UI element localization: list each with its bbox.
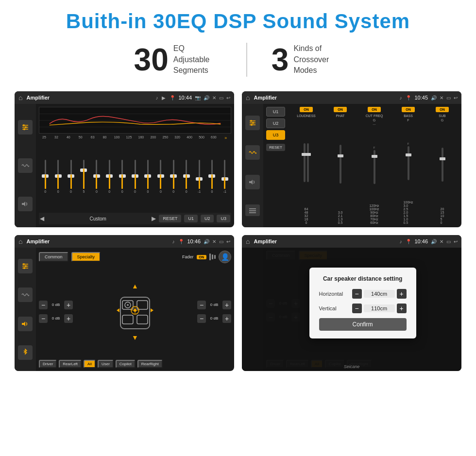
svg-rect-17: [249, 208, 256, 209]
screen4-status-icons: 📍 10:46 🔊 ✕ ▭ ↩: [406, 238, 458, 244]
db1-plus[interactable]: +: [64, 301, 73, 309]
db2-val: 0 dB: [49, 316, 63, 321]
screen3-status-icons: 📍 10:46 🔊 ✕ ▭ ↩: [178, 238, 230, 244]
close-icon-4[interactable]: ✕: [440, 239, 443, 244]
horizontal-label: Horizontal: [319, 291, 348, 297]
svg-marker-16: [249, 180, 253, 185]
phat-on[interactable]: ON: [334, 107, 347, 112]
db3-plus[interactable]: +: [222, 301, 231, 309]
tab-specialty[interactable]: Specialty: [71, 252, 101, 262]
eq-slider-13[interactable]: -1: [194, 160, 204, 193]
home-icon[interactable]: ⌂: [18, 94, 22, 101]
next-btn[interactable]: ▶: [152, 215, 156, 222]
eq-wave-btn[interactable]: [18, 158, 33, 173]
fader-line-1: [209, 253, 211, 260]
svg-point-37: [134, 309, 136, 312]
eq-slider-11[interactable]: 0: [168, 160, 179, 193]
loudness-on[interactable]: ON: [300, 107, 313, 112]
zone-rearright[interactable]: RearRight: [137, 360, 163, 368]
home-icon-3[interactable]: ⌂: [18, 237, 22, 245]
avatar-icon[interactable]: 👤: [219, 251, 231, 263]
eq-slider-14[interactable]: 0: [206, 160, 217, 193]
eq-slider-4[interactable]: 5: [78, 160, 89, 193]
arrow-down[interactable]: ▼: [132, 334, 138, 341]
xover-vol-btn[interactable]: [245, 175, 260, 189]
eq-slider-9[interactable]: 0: [142, 160, 153, 193]
svg-marker-38: [117, 308, 119, 312]
vertical-minus[interactable]: −: [352, 304, 362, 313]
back-icon-4[interactable]: ↩: [454, 239, 458, 244]
close-icon[interactable]: ✕: [212, 95, 216, 101]
u3-btn[interactable]: U3: [217, 215, 230, 222]
sp-tune-btn[interactable]: [18, 259, 33, 273]
page-title: Buith-in 30EQ DSP Sound System: [15, 10, 461, 33]
close-icon-3[interactable]: ✕: [212, 239, 216, 244]
db2-plus[interactable]: +: [64, 314, 73, 323]
xover-extra-btn[interactable]: [245, 204, 260, 216]
back-icon-2[interactable]: ↩: [454, 95, 458, 101]
zone-user[interactable]: User: [98, 360, 114, 368]
svg-point-4: [25, 126, 27, 128]
preset-u2[interactable]: U2: [266, 118, 285, 128]
db-row-3: − 0 dB +: [197, 301, 231, 309]
close-icon-2[interactable]: ✕: [440, 95, 443, 101]
db1-minus[interactable]: −: [39, 301, 48, 309]
eq-main: 25 32 40 50 63 80 100 125 160 200 250 32…: [36, 104, 234, 227]
zone-driver[interactable]: Driver: [39, 360, 57, 368]
eq-slider-1[interactable]: 0: [40, 160, 51, 193]
xover-tune-btn[interactable]: [245, 116, 260, 130]
db4-plus[interactable]: +: [222, 314, 231, 323]
screen4-header: ⌂ Amplifier ♪ 📍 10:46 🔊 ✕ ▭ ↩: [242, 235, 461, 248]
zone-all[interactable]: All: [84, 360, 96, 368]
preset-u1[interactable]: U1: [266, 107, 285, 117]
preset-u3[interactable]: U3: [266, 130, 285, 140]
loudness-sliders: [304, 118, 309, 206]
crossover-content: U1 U2 U3 RESET ON LOUDNESS: [263, 104, 461, 227]
next-icon[interactable]: »: [221, 135, 230, 140]
sp-bt-btn[interactable]: [18, 345, 33, 360]
eq-slider-2[interactable]: 0: [52, 160, 63, 193]
sp-vol-btn[interactable]: [18, 317, 33, 331]
prev-btn[interactable]: ◀: [40, 215, 44, 222]
u2-btn[interactable]: U2: [201, 215, 214, 222]
sub-on[interactable]: ON: [436, 107, 449, 112]
tab-common[interactable]: Common: [39, 252, 68, 262]
vertical-plus[interactable]: +: [397, 304, 407, 313]
eq-slider-15[interactable]: -1: [220, 160, 230, 193]
zone-rearleft[interactable]: RearLeft: [59, 360, 82, 368]
bass-on[interactable]: ON: [402, 107, 415, 112]
eq-slider-3[interactable]: 0: [66, 160, 76, 193]
db3-minus[interactable]: −: [197, 301, 206, 309]
eq-slider-5[interactable]: 0: [91, 160, 102, 193]
eq-sliders[interactable]: 0 0: [39, 142, 231, 211]
back-icon[interactable]: ↩: [226, 95, 230, 101]
xover-wave-btn[interactable]: [245, 145, 260, 160]
xover-reset-btn[interactable]: RESET: [266, 144, 285, 151]
confirm-button[interactable]: Confirm: [319, 318, 407, 331]
home-icon-4[interactable]: ⌂: [246, 237, 250, 245]
eq-tune-btn[interactable]: [18, 120, 33, 135]
window-icon-2: ▭: [446, 95, 451, 101]
crossover-sidebar: [242, 104, 263, 227]
arrow-up[interactable]: ▲: [132, 282, 138, 290]
eq-slider-12[interactable]: 0: [181, 160, 191, 193]
eq-vol-btn[interactable]: [18, 197, 33, 211]
zone-copilot[interactable]: Copilot: [116, 360, 136, 368]
db2-minus[interactable]: −: [39, 314, 48, 323]
sp-wave-btn[interactable]: [18, 287, 33, 302]
back-icon-3[interactable]: ↩: [226, 239, 230, 244]
horizontal-minus[interactable]: −: [352, 289, 362, 299]
db4-minus[interactable]: −: [197, 314, 206, 323]
home-icon-2[interactable]: ⌂: [246, 94, 250, 101]
eq-slider-7[interactable]: 0: [117, 160, 127, 193]
eq-slider-8[interactable]: 0: [130, 160, 140, 193]
eq-slider-10[interactable]: 0: [155, 160, 166, 193]
cutfreq-on[interactable]: ON: [368, 107, 381, 112]
window-icon-4: ▭: [446, 239, 451, 244]
svg-marker-6: [22, 202, 25, 206]
db4-val: 0 dB: [207, 316, 221, 321]
horizontal-plus[interactable]: +: [397, 289, 407, 299]
reset-btn[interactable]: RESET: [159, 215, 181, 222]
eq-slider-6[interactable]: 0: [104, 160, 115, 193]
u1-btn[interactable]: U1: [184, 215, 198, 222]
